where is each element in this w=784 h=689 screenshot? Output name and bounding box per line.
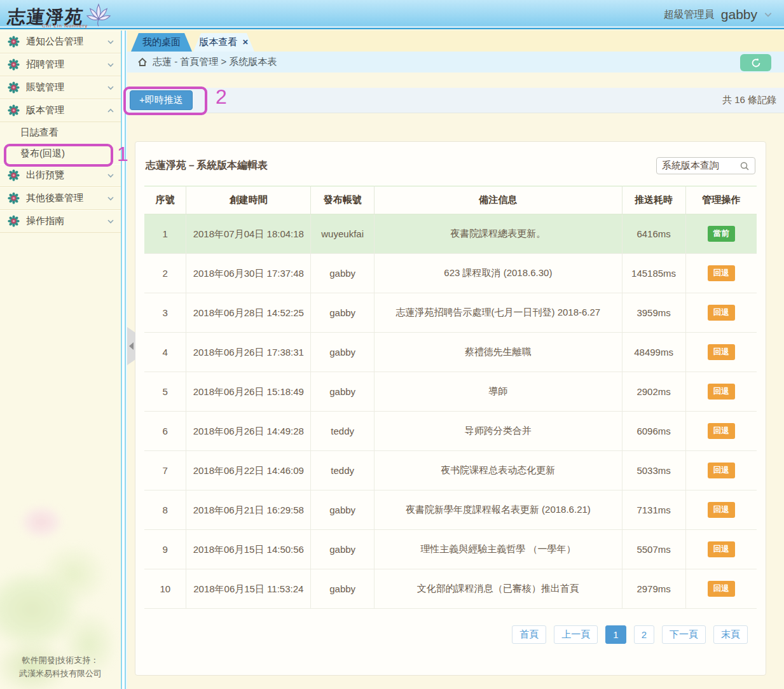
cell-push-duration: 2902ms bbox=[622, 372, 685, 412]
version-panel: 志蓮淨苑－系統版本編輯表 序號創建時間發布帳號備注信息推送耗時管理操作 1 20… bbox=[135, 141, 766, 676]
cell-push-duration: 5507ms bbox=[622, 530, 685, 569]
pagination-page-1[interactable]: 1 bbox=[605, 625, 626, 644]
panel-header: 志蓮淨苑－系統版本編輯表 bbox=[144, 157, 757, 186]
table-row: 2 2018年06月30日 17:37:48 gabby 623 課程取消 (2… bbox=[144, 254, 757, 293]
cell-publish-account: gabby bbox=[311, 254, 375, 293]
cell-created-time: 2018年06月30日 17:37:48 bbox=[186, 254, 311, 293]
cell-publish-account: teddy bbox=[311, 451, 375, 491]
action-badge[interactable]: 回退 bbox=[708, 344, 735, 360]
cell-action: 當前 bbox=[685, 214, 757, 254]
sidebar: 通知公告管理 招聘管理 賬號管理 版本管理 日誌查看 發布(回退) 出街預覽 其… bbox=[0, 31, 121, 689]
cell-push-duration: 145185ms bbox=[622, 254, 685, 293]
action-badge[interactable]: 回退 bbox=[708, 502, 735, 518]
watercolor-leaf-decoration bbox=[38, 543, 108, 606]
action-badge[interactable]: 回退 bbox=[708, 384, 735, 400]
pagination-last-button[interactable]: 末頁 bbox=[713, 625, 748, 644]
sidebar-item-label: 出街預覽 bbox=[26, 169, 107, 181]
cell-no: 8 bbox=[144, 491, 186, 530]
sidebar-item-0[interactable]: 通知公告管理 bbox=[0, 31, 121, 53]
sidebar-subitem-3-1[interactable]: 發布(回退) bbox=[0, 143, 121, 164]
cell-no: 4 bbox=[144, 333, 186, 372]
flower-icon bbox=[8, 169, 20, 181]
sidebar-item-2[interactable]: 賬號管理 bbox=[0, 76, 121, 99]
cell-publish-account: gabby bbox=[311, 293, 375, 333]
flower-icon bbox=[8, 59, 20, 71]
cell-publish-account: wuyeukfai bbox=[311, 214, 375, 254]
sidebar-item-1[interactable]: 招聘管理 bbox=[0, 53, 121, 76]
cell-action: 回退 bbox=[685, 412, 757, 451]
action-badge: 當前 bbox=[708, 226, 735, 242]
cell-push-duration: 6096ms bbox=[622, 412, 685, 451]
cell-no: 5 bbox=[144, 372, 186, 412]
tab-my-desktop[interactable]: 我的桌面 bbox=[131, 33, 192, 52]
sidebar-item-label: 招聘管理 bbox=[26, 59, 107, 71]
version-table-body: 1 2018年07月04日 18:04:18 wuyeukfai 夜書院課程總表… bbox=[144, 214, 757, 609]
sidebar-item-label: 賬號管理 bbox=[26, 81, 107, 94]
sidebar-item-5[interactable]: 其他後臺管理 bbox=[0, 187, 121, 210]
cell-note: 文化部的課程消息（已審核）推出首頁 bbox=[375, 569, 622, 609]
cell-note: 志蓮淨苑招聘告示處理(七月一日刊登) 2018-6.27 bbox=[375, 293, 622, 333]
cell-created-time: 2018年06月15日 14:50:56 bbox=[186, 530, 311, 569]
cell-publish-account: gabby bbox=[311, 372, 375, 412]
cell-created-time: 2018年06月26日 17:38:31 bbox=[186, 333, 311, 372]
version-table: 序號創建時間發布帳號備注信息推送耗時管理操作 1 2018年07月04日 18:… bbox=[144, 186, 757, 609]
action-badge[interactable]: 回退 bbox=[708, 541, 735, 557]
tab-version-view[interactable]: 版本查看× bbox=[193, 33, 254, 52]
search-icon[interactable] bbox=[739, 161, 750, 171]
tab-label: 我的桌面 bbox=[142, 36, 181, 47]
chevron-icon bbox=[107, 84, 114, 92]
panel-title: 志蓮淨苑－系統版本編輯表 bbox=[146, 159, 268, 172]
flower-icon bbox=[8, 104, 20, 116]
sidebar-item-3[interactable]: 版本管理 bbox=[0, 99, 121, 122]
chevron-icon bbox=[107, 38, 114, 46]
pagination-first-button[interactable]: 首頁 bbox=[512, 625, 546, 644]
tab-close-icon[interactable]: × bbox=[243, 36, 249, 47]
user-role-label: 超級管理員 bbox=[664, 8, 715, 22]
table-row: 8 2018年06月21日 16:29:58 gabby 夜書院新學年度課程報名… bbox=[144, 491, 757, 530]
sidebar-collapse-handle[interactable] bbox=[127, 327, 135, 365]
pagination-prev-button[interactable]: 上一頁 bbox=[554, 625, 598, 644]
instant-push-button[interactable]: +即時推送 bbox=[130, 90, 193, 110]
sidebar-item-4[interactable]: 出街預覽 bbox=[0, 164, 121, 187]
breadcrumb-bar: 志蓮 - 首頁管理 > 系统版本表 bbox=[127, 52, 784, 73]
footer-company-line: 武漢米易科技有限公司 bbox=[0, 667, 121, 680]
sidebar-item-label: 通知公告管理 bbox=[26, 36, 107, 48]
watercolor-lotus-decoration bbox=[19, 505, 64, 539]
pagination-next-button[interactable]: 下一頁 bbox=[662, 625, 706, 644]
sidebar-divider bbox=[121, 31, 127, 689]
cell-push-duration: 3959ms bbox=[622, 293, 685, 333]
table-row: 4 2018年06月26日 17:38:31 gabby 蔡禮德先生離職 484… bbox=[144, 333, 757, 372]
cell-no: 1 bbox=[144, 214, 186, 254]
chevron-down-icon bbox=[764, 10, 773, 19]
cell-note: 蔡禮德先生離職 bbox=[375, 333, 622, 372]
sidebar-footer: 軟件開發|技術支持： 武漢米易科技有限公司 bbox=[0, 653, 121, 680]
sidebar-item-6[interactable]: 操作指南 bbox=[0, 210, 121, 233]
table-row: 10 2018年06月15日 11:53:24 gabby 文化部的課程消息（已… bbox=[144, 569, 757, 609]
action-badge[interactable]: 回退 bbox=[708, 463, 735, 478]
cell-created-time: 2018年06月15日 11:53:24 bbox=[186, 569, 311, 609]
cell-created-time: 2018年07月04日 18:04:18 bbox=[186, 214, 311, 254]
cell-no: 2 bbox=[144, 254, 186, 293]
cell-action: 回退 bbox=[685, 333, 757, 372]
cell-action: 回退 bbox=[685, 451, 757, 491]
action-badge[interactable]: 回退 bbox=[708, 305, 735, 321]
action-badge[interactable]: 回退 bbox=[708, 265, 735, 281]
cell-publish-account: gabby bbox=[311, 569, 375, 609]
cell-created-time: 2018年06月21日 16:29:58 bbox=[186, 491, 311, 530]
action-badge[interactable]: 回退 bbox=[708, 423, 735, 439]
cell-action: 回退 bbox=[685, 491, 757, 530]
column-header: 創建時間 bbox=[186, 186, 311, 214]
pagination-page-2[interactable]: 2 bbox=[634, 625, 654, 644]
home-icon[interactable] bbox=[137, 57, 148, 67]
version-search-input[interactable] bbox=[662, 160, 733, 171]
table-row: 1 2018年07月04日 18:04:18 wuyeukfai 夜書院課程總表… bbox=[144, 214, 757, 254]
user-menu[interactable]: 超級管理員 gabby bbox=[664, 0, 773, 29]
cell-push-duration: 6416ms bbox=[622, 214, 685, 254]
sidebar-subitem-3-0[interactable]: 日誌查看 bbox=[0, 122, 121, 143]
refresh-button[interactable] bbox=[740, 54, 771, 71]
cell-created-time: 2018年06月22日 14:46:09 bbox=[186, 451, 311, 491]
search-box[interactable] bbox=[656, 157, 755, 174]
action-badge[interactable]: 回退 bbox=[708, 581, 735, 597]
cell-note: 导师跨分类合并 bbox=[375, 412, 622, 451]
sidebar-item-label: 操作指南 bbox=[26, 215, 107, 227]
